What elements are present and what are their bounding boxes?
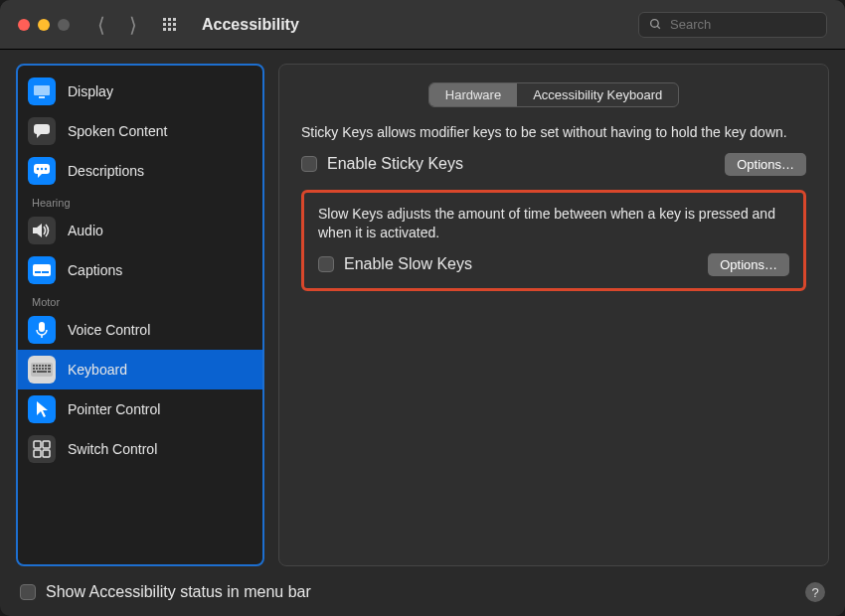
svg-point-8 [37, 168, 39, 170]
svg-rect-3 [39, 96, 45, 98]
svg-rect-12 [33, 264, 51, 276]
svg-rect-26 [39, 368, 41, 370]
svg-rect-23 [48, 365, 51, 367]
sidebar-item-label: Descriptions [68, 163, 144, 179]
svg-rect-14 [42, 271, 49, 273]
enable-sticky-keys-checkbox[interactable] [301, 156, 317, 172]
search-input[interactable] [670, 17, 816, 32]
slow-keys-options-button[interactable]: Options… [708, 253, 789, 276]
enable-slow-keys-label: Enable Slow Keys [344, 255, 472, 273]
sidebar-item-keyboard[interactable]: Keyboard [18, 350, 262, 389]
svg-rect-37 [43, 450, 50, 457]
traffic-lights [18, 19, 70, 31]
sidebar-item-label: Switch Control [68, 441, 157, 457]
svg-rect-22 [45, 365, 47, 367]
section-hearing-label: Hearing [18, 191, 262, 211]
svg-rect-25 [36, 368, 38, 370]
minimize-window-button[interactable] [38, 19, 50, 31]
svg-marker-7 [38, 173, 43, 178]
slow-keys-description: Slow Keys adjusts the amount of time bet… [318, 205, 789, 243]
sidebar-item-voice-control[interactable]: Voice Control [18, 310, 262, 350]
svg-rect-18 [33, 365, 35, 367]
sticky-keys-options-button[interactable]: Options… [725, 153, 806, 176]
sidebar-item-descriptions[interactable]: Descriptions [18, 151, 262, 191]
sidebar-item-pointer-control[interactable]: Pointer Control [18, 389, 262, 429]
show-status-label: Show Accessibility status in menu bar [46, 583, 311, 601]
help-button[interactable]: ? [805, 582, 825, 602]
svg-rect-35 [43, 441, 50, 448]
svg-rect-31 [37, 371, 47, 373]
svg-rect-4 [34, 124, 50, 134]
sticky-keys-section: Sticky Keys allows modifier keys to be s… [301, 123, 806, 176]
nav-buttons: ⟨ ⟩ [97, 13, 137, 37]
sidebar-item-switch-control[interactable]: Switch Control [18, 429, 262, 469]
body: Display Spoken Content Descriptions Hear… [0, 50, 845, 576]
search-icon [649, 18, 662, 31]
tabs: Hardware Accessibility Keyboard [301, 82, 806, 107]
speaker-icon [28, 217, 56, 244]
svg-marker-5 [37, 133, 42, 138]
svg-rect-28 [45, 368, 47, 370]
svg-rect-36 [34, 450, 41, 457]
sidebar-item-spoken-content[interactable]: Spoken Content [18, 111, 262, 151]
sidebar-item-label: Audio [68, 223, 103, 238]
svg-rect-2 [34, 85, 50, 95]
show-all-icon[interactable] [163, 18, 176, 31]
svg-rect-19 [36, 365, 38, 367]
close-window-button[interactable] [18, 19, 30, 31]
keyboard-icon [28, 356, 56, 384]
speech-bubble-icon [28, 117, 56, 145]
captions-icon [28, 256, 56, 284]
svg-rect-27 [42, 368, 44, 370]
sidebar-item-display[interactable]: Display [18, 72, 262, 111]
system-prefs-window: ⟨ ⟩ Accessibility Display [0, 0, 845, 616]
zoom-window-button[interactable] [58, 19, 70, 31]
sidebar-item-label: Voice Control [68, 322, 150, 338]
svg-rect-30 [33, 371, 36, 373]
svg-marker-33 [37, 401, 48, 417]
content-panel: Hardware Accessibility Keyboard Sticky K… [278, 64, 829, 566]
svg-rect-13 [35, 271, 41, 273]
sidebar[interactable]: Display Spoken Content Descriptions Hear… [16, 64, 264, 566]
slow-keys-highlight: Slow Keys adjusts the amount of time bet… [301, 190, 806, 291]
show-status-checkbox[interactable] [20, 584, 36, 600]
enable-sticky-keys-label: Enable Sticky Keys [327, 155, 463, 173]
svg-point-9 [41, 168, 43, 170]
svg-point-10 [45, 168, 47, 170]
segmented-control: Hardware Accessibility Keyboard [428, 82, 679, 107]
sidebar-item-label: Pointer Control [68, 401, 160, 417]
sticky-keys-description: Sticky Keys allows modifier keys to be s… [301, 123, 806, 143]
svg-rect-20 [39, 365, 41, 367]
cursor-icon [28, 395, 56, 423]
switch-grid-icon [28, 435, 56, 463]
svg-rect-34 [34, 441, 41, 448]
tab-accessibility-keyboard[interactable]: Accessibility Keyboard [517, 83, 678, 106]
microphone-icon [28, 316, 56, 344]
svg-rect-24 [33, 368, 35, 370]
descriptions-icon [28, 157, 56, 185]
svg-rect-15 [39, 322, 45, 332]
sidebar-item-label: Captions [68, 262, 122, 278]
display-icon [28, 77, 56, 105]
sidebar-item-captions[interactable]: Captions [18, 250, 262, 290]
section-motor-label: Motor [18, 290, 262, 310]
svg-rect-21 [42, 365, 44, 367]
sidebar-item-label: Display [68, 83, 113, 99]
tab-hardware[interactable]: Hardware [429, 83, 517, 106]
svg-rect-29 [48, 368, 51, 370]
svg-line-1 [657, 26, 660, 29]
svg-marker-11 [33, 224, 42, 237]
footer: Show Accessibility status in menu bar ? [0, 576, 845, 616]
search-field[interactable] [638, 12, 827, 38]
sidebar-item-audio[interactable]: Audio [18, 211, 262, 250]
forward-button[interactable]: ⟩ [129, 13, 137, 37]
sidebar-item-label: Spoken Content [68, 123, 167, 139]
svg-point-0 [651, 20, 659, 28]
enable-slow-keys-checkbox[interactable] [318, 256, 334, 272]
back-button[interactable]: ⟨ [97, 13, 105, 37]
svg-rect-32 [48, 371, 51, 373]
titlebar: ⟨ ⟩ Accessibility [0, 0, 845, 50]
sidebar-item-label: Keyboard [68, 362, 127, 378]
page-title: Accessibility [202, 16, 299, 34]
